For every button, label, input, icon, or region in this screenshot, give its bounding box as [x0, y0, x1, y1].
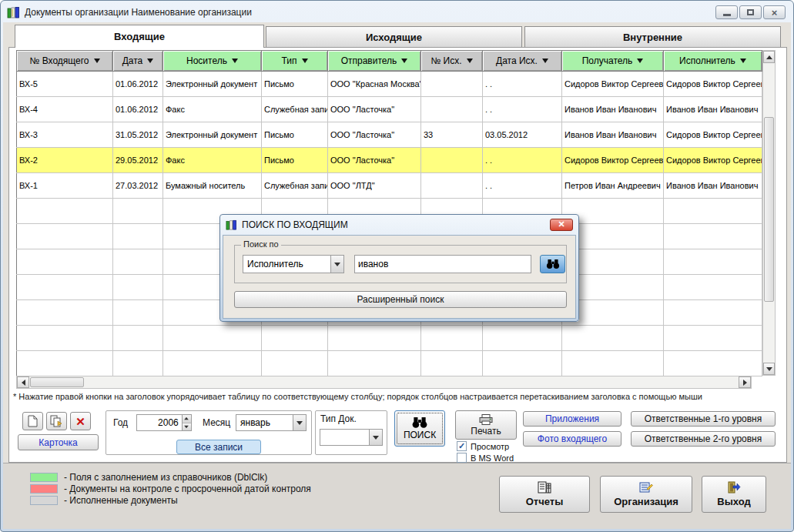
- responsible-level1-button[interactable]: Ответственные 1-го уровня: [631, 411, 776, 427]
- table-cell[interactable]: Сидоров Виктор Сергеевич: [664, 122, 762, 148]
- column-header-type[interactable]: Тип: [262, 51, 328, 72]
- table-cell[interactable]: ООО "Ласточка": [328, 148, 421, 173]
- search-query-input[interactable]: [355, 259, 531, 269]
- scroll-down-button[interactable]: [763, 363, 775, 375]
- table-cell[interactable]: ООО "Ласточка": [328, 122, 421, 148]
- table-cell[interactable]: Сидоров Виктор Сергеевич: [562, 72, 664, 97]
- table-row-selected[interactable]: ВХ-229.05.2012ФаксПисьмоООО "Ласточка" .…: [17, 148, 762, 173]
- incoming-photo-button[interactable]: Фото входящего: [523, 431, 621, 447]
- column-header-executor[interactable]: Исполнитель: [664, 51, 762, 72]
- table-row[interactable]: ВХ-501.06.2012Электронный документПисьмо…: [17, 72, 762, 97]
- table-cell[interactable]: Письмо: [262, 122, 328, 148]
- print-button[interactable]: Печать: [455, 410, 517, 440]
- table-cell[interactable]: [421, 173, 483, 199]
- close-button[interactable]: ×: [763, 5, 786, 19]
- search-button[interactable]: ПОИСК: [394, 410, 445, 447]
- table-cell[interactable]: . .: [483, 173, 562, 199]
- table-cell[interactable]: . .: [483, 72, 562, 97]
- doc-type-dropdown[interactable]: [320, 429, 383, 446]
- exit-button[interactable]: Выход: [702, 476, 766, 513]
- all-records-button[interactable]: Все записи: [176, 440, 261, 454]
- table-cell[interactable]: Факс: [163, 97, 262, 122]
- table-cell[interactable]: 29.05.2012: [113, 148, 163, 173]
- tab-incoming[interactable]: Входящие: [15, 25, 264, 48]
- run-search-button[interactable]: [540, 255, 565, 273]
- dropdown-arrow-button[interactable]: [293, 415, 306, 430]
- year-spinner[interactable]: [136, 414, 192, 431]
- reports-button[interactable]: Отчеты: [499, 476, 590, 513]
- scroll-left-button[interactable]: [17, 376, 29, 388]
- checkbox-unchecked-icon[interactable]: [457, 453, 467, 463]
- msword-checkbox[interactable]: В MS Word: [457, 453, 514, 463]
- month-dropdown[interactable]: январь: [236, 414, 307, 431]
- table-cell[interactable]: Сидоров Виктор Сергеевич: [562, 148, 664, 173]
- checkbox-checked-icon[interactable]: ✓: [457, 441, 467, 451]
- table-cell[interactable]: Письмо: [262, 148, 328, 173]
- dialog-close-button[interactable]: ✕: [550, 219, 573, 231]
- table-cell[interactable]: Сидоров Виктор Сергеевич: [664, 72, 762, 97]
- table-cell[interactable]: ВХ-3: [17, 122, 113, 148]
- table-cell[interactable]: ВХ-5: [17, 72, 113, 97]
- table-cell[interactable]: Сидоров Виктор Сергеевич: [664, 148, 762, 173]
- scroll-right-button[interactable]: [739, 376, 751, 388]
- minimize-button[interactable]: [715, 5, 738, 19]
- search-field-dropdown[interactable]: Исполнитель: [243, 255, 344, 273]
- table-cell[interactable]: ООО "Красная Москва": [328, 72, 421, 97]
- year-input[interactable]: [137, 417, 182, 428]
- tab-outgoing[interactable]: Исходящие: [266, 26, 522, 48]
- scroll-up-button[interactable]: [763, 51, 775, 63]
- column-header-out-number[interactable]: № Исх.: [421, 51, 483, 72]
- organization-button[interactable]: Организация: [600, 476, 692, 513]
- column-header-recipient[interactable]: Получатель: [562, 51, 664, 72]
- table-cell[interactable]: 31.05.2012: [113, 122, 163, 148]
- table-cell[interactable]: Электронный документ: [163, 122, 262, 148]
- table-cell[interactable]: 27.03.2012: [113, 173, 163, 199]
- table-cell[interactable]: Иванов Иван Иванович: [664, 173, 762, 199]
- dropdown-arrow-button[interactable]: [330, 256, 343, 273]
- table-cell[interactable]: 01.06.2012: [113, 72, 163, 97]
- table-cell[interactable]: Факс: [163, 148, 262, 173]
- preview-checkbox[interactable]: ✓ Просмотр: [457, 441, 509, 451]
- table-row[interactable]: ВХ-401.06.2012ФаксСлужебная запискаООО "…: [17, 97, 762, 122]
- table-cell[interactable]: ВХ-1: [17, 173, 113, 199]
- table-cell[interactable]: Электронный документ: [163, 72, 262, 97]
- table-cell[interactable]: Служебная записка: [262, 97, 328, 122]
- card-button[interactable]: Карточка: [18, 434, 99, 450]
- table-cell[interactable]: Служебная записка: [262, 173, 328, 199]
- vertical-scrollbar[interactable]: [762, 50, 776, 376]
- attachments-button[interactable]: Приложения: [523, 411, 621, 427]
- table-cell[interactable]: Бумажный носитель: [163, 173, 262, 199]
- responsible-level2-button[interactable]: Ответственные 2-го уровня: [631, 431, 776, 447]
- horizontal-scrollbar[interactable]: [16, 376, 752, 389]
- maximize-button[interactable]: [739, 5, 762, 19]
- spin-down-button[interactable]: [183, 423, 191, 431]
- table-cell[interactable]: ВХ-4: [17, 97, 113, 122]
- table-cell[interactable]: Письмо: [262, 72, 328, 97]
- table-cell[interactable]: 03.05.2012: [483, 122, 562, 148]
- delete-document-button[interactable]: ✕: [70, 412, 91, 430]
- table-cell[interactable]: Петров Иван Андреевич: [562, 173, 664, 199]
- table-cell[interactable]: Иванов Иван Иванович: [562, 122, 664, 148]
- column-header-sender[interactable]: Отправитель: [328, 51, 421, 72]
- tab-internal[interactable]: Внутренние: [524, 26, 781, 48]
- column-header-out-date[interactable]: Дата Исх.: [483, 51, 562, 72]
- vertical-scroll-thumb[interactable]: [764, 117, 774, 302]
- table-cell[interactable]: Иванов Иван Иванович: [664, 97, 762, 122]
- table-row[interactable]: ВХ-331.05.2012Электронный документПисьмо…: [17, 122, 762, 148]
- table-cell[interactable]: ООО "Ласточка": [328, 97, 421, 122]
- table-cell[interactable]: . .: [483, 148, 562, 173]
- advanced-search-button[interactable]: Расширенный поиск: [234, 291, 567, 308]
- copy-document-button[interactable]: [46, 412, 67, 430]
- table-cell[interactable]: ООО "ЛТД": [328, 173, 421, 199]
- year-spin-buttons[interactable]: [182, 415, 191, 430]
- table-cell[interactable]: [421, 72, 483, 97]
- table-cell[interactable]: . .: [483, 97, 562, 122]
- table-cell[interactable]: ВХ-2: [17, 148, 113, 173]
- table-cell[interactable]: 33: [421, 122, 483, 148]
- new-document-button[interactable]: [22, 412, 43, 430]
- horizontal-scroll-thumb[interactable]: [30, 377, 84, 387]
- table-cell[interactable]: [421, 97, 483, 122]
- table-cell[interactable]: Иванов Иван Иванович: [562, 97, 664, 122]
- table-cell[interactable]: [421, 148, 483, 173]
- table-cell[interactable]: 01.06.2012: [113, 97, 163, 122]
